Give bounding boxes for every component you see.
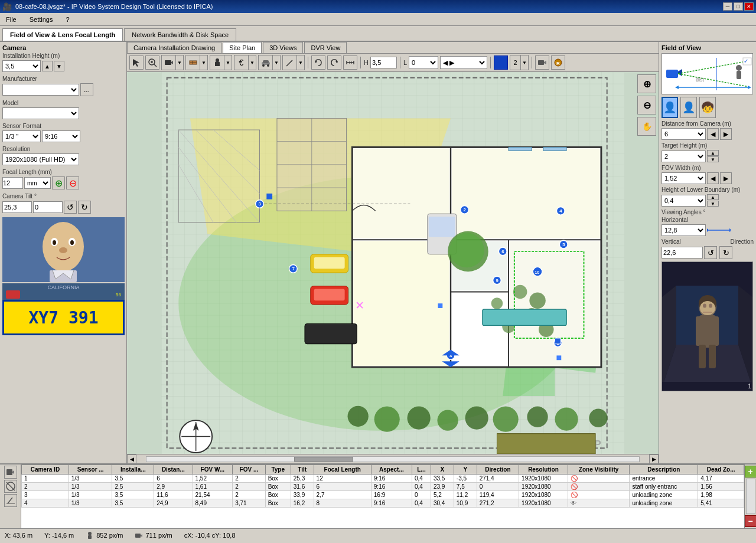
zoom-out-button[interactable]: ⊖ — [637, 96, 656, 115]
tilt-ccw-button[interactable]: ↺ — [64, 201, 77, 214]
horizontal-scrollbar[interactable]: ◀ ▶ — [127, 454, 659, 463]
report-button[interactable]: R — [551, 55, 565, 70]
visibility-icon[interactable]: 🚫 — [571, 475, 578, 482]
horizontal-dropdown[interactable]: 12,82015 — [662, 224, 706, 236]
select-tool-button[interactable] — [129, 55, 144, 70]
height-input[interactable] — [370, 57, 397, 68]
focal-input[interactable] — [2, 177, 23, 189]
col-y[interactable]: Y — [454, 465, 477, 475]
col-l[interactable]: L... — [412, 465, 431, 475]
col-camera-id[interactable]: Camera ID — [22, 465, 69, 475]
resolution-dropdown[interactable]: 1920x1080 (Full HD)1280x720 — [2, 153, 79, 165]
tab-site-plan[interactable]: Site Plan — [223, 42, 262, 53]
table-row[interactable]: 31/33,511,621,542Box33,92,716:905,211,21… — [22, 491, 744, 499]
scrollbar-track[interactable] — [146, 456, 640, 462]
dist-left-button[interactable]: ◀ — [707, 128, 719, 140]
vehicle-tool-button[interactable]: ▼ — [258, 55, 281, 70]
lower-boundary-up-button[interactable]: ▲ — [707, 194, 719, 200]
fov-width-right-button[interactable]: ▶ — [720, 172, 732, 184]
drawing-canvas[interactable]: FLOOR P 1 2 3 4 5 6 — [127, 72, 659, 454]
focal-add-button[interactable]: ⊕ — [52, 176, 65, 189]
table-tool-2[interactable] — [4, 480, 17, 493]
table-row[interactable]: 41/33,524,98,493,71Box16,289:160,430,410… — [22, 499, 744, 508]
height-up-button[interactable]: ▲ — [42, 61, 53, 71]
target-height-dropdown[interactable]: 21.51.8 — [662, 151, 706, 162]
annotation-tool-button[interactable]: ▼ — [282, 55, 305, 70]
redo-button[interactable] — [327, 55, 341, 70]
table-tool-3[interactable] — [4, 494, 17, 507]
col-dead[interactable]: Dead Zo... — [698, 465, 744, 475]
remove-row-button[interactable]: − — [745, 515, 757, 527]
maximize-button[interactable]: □ — [734, 2, 743, 11]
table-row[interactable]: 21/32,52,91,612Box31,669:160,423,97,5019… — [22, 483, 744, 491]
person-adult-icon[interactable]: 👤 — [662, 97, 678, 118]
lower-boundary-down-button[interactable]: ▼ — [707, 201, 719, 207]
tab-fov[interactable]: Field of View & Lens Focal Length — [2, 28, 123, 41]
visibility-icon[interactable]: 🚫 — [571, 492, 578, 498]
scroll-right-button[interactable]: ▶ — [649, 454, 659, 464]
zoom-tool-button[interactable] — [145, 55, 159, 70]
col-sensor[interactable]: Sensor ... — [69, 465, 112, 475]
col-install[interactable]: Installa... — [112, 465, 154, 475]
table-tool-1[interactable] — [4, 466, 17, 479]
col-res[interactable]: Resolution — [519, 465, 568, 475]
camera-settings-button[interactable] — [535, 55, 549, 70]
rotate-ccw-button[interactable]: ↺ — [704, 246, 717, 259]
rotate-cw-button[interactable]: ↻ — [719, 246, 732, 259]
measure-button[interactable] — [343, 55, 357, 70]
focal-remove-button[interactable]: ⊖ — [66, 176, 79, 189]
undo-button[interactable] — [311, 55, 325, 70]
aspect-dropdown[interactable]: 9:164:316:9 — [42, 130, 80, 142]
focal-unit[interactable]: mm — [24, 177, 51, 189]
person-tool-button[interactable]: ▼ — [210, 55, 232, 70]
height-down-button[interactable]: ▼ — [54, 61, 64, 71]
length-dropdown[interactable]: 0510 — [409, 56, 438, 69]
fov-width-left-button[interactable]: ◀ — [707, 172, 719, 184]
table-scrollbar[interactable] — [746, 479, 755, 514]
col-vis[interactable]: Zone Visibility — [568, 465, 630, 475]
vertical-input[interactable] — [662, 247, 703, 259]
lower-boundary-dropdown[interactable]: 0,400.5 — [662, 195, 706, 207]
direction-dropdown[interactable]: ◀ ▶ — [440, 56, 487, 69]
col-x[interactable]: X — [431, 465, 454, 475]
target-height-down-button[interactable]: ▼ — [707, 156, 719, 162]
tab-camera-drawing[interactable]: Camera Installation Drawing — [127, 42, 221, 53]
col-dir[interactable]: Direction — [477, 465, 519, 475]
col-dist[interactable]: Distan... — [154, 465, 193, 475]
layer-button[interactable]: 2 ▼ — [510, 55, 529, 70]
manufacturer-browse-button[interactable]: ... — [80, 83, 93, 96]
person-alt-icon[interactable]: 👤 — [680, 97, 697, 118]
currency-tool-button[interactable]: € ▼ — [234, 55, 256, 70]
fov-width-dropdown[interactable]: 1,5223 — [662, 172, 706, 184]
visibility-icon[interactable]: 👁 — [571, 500, 576, 506]
tilt-input2[interactable] — [33, 201, 63, 213]
col-tilt[interactable]: Tilt — [291, 465, 314, 475]
table-row[interactable]: 11/33,561,522Box25,3129:160,433,5-3,5271… — [22, 475, 744, 483]
install-height-dropdown[interactable]: 3,534 — [2, 60, 41, 72]
sensor-format-dropdown[interactable]: 1/3 "1/4 "1/2 " — [2, 130, 41, 142]
color-button[interactable] — [494, 55, 508, 70]
add-row-button[interactable]: + — [745, 466, 757, 477]
col-desc[interactable]: Description — [630, 465, 698, 475]
pan-button[interactable]: ✋ — [637, 117, 656, 136]
menu-file[interactable]: File — [2, 15, 20, 24]
camera-place-button[interactable]: ▼ — [161, 55, 184, 70]
tab-bandwidth[interactable]: Network Bandwidth & Disk Space — [124, 28, 236, 41]
zoom-in-button[interactable]: ⊕ — [637, 74, 656, 93]
col-type[interactable]: Type — [265, 465, 291, 475]
menu-settings[interactable]: Settings — [26, 15, 57, 24]
tilt-input[interactable] — [2, 201, 32, 213]
scroll-left-button[interactable]: ◀ — [127, 454, 136, 464]
scrollbar-thumb[interactable] — [294, 457, 353, 462]
target-height-up-button[interactable]: ▲ — [707, 150, 719, 156]
person-child-icon[interactable]: 🧒 — [699, 97, 716, 118]
model-dropdown[interactable] — [2, 107, 79, 119]
data-table-scroll[interactable]: Camera ID Sensor ... Installa... Distan.… — [21, 465, 744, 528]
dist-dropdown[interactable]: 65810 — [662, 128, 706, 140]
col-fovw[interactable]: FOV W... — [193, 465, 233, 475]
minimize-button[interactable]: ─ — [723, 2, 732, 11]
tab-3d-views[interactable]: 3D Views — [263, 42, 303, 53]
tab-dvr-view[interactable]: DVR View — [304, 42, 347, 53]
col-fov[interactable]: FOV ... — [233, 465, 266, 475]
col-focal[interactable]: Focal Length — [314, 465, 371, 475]
